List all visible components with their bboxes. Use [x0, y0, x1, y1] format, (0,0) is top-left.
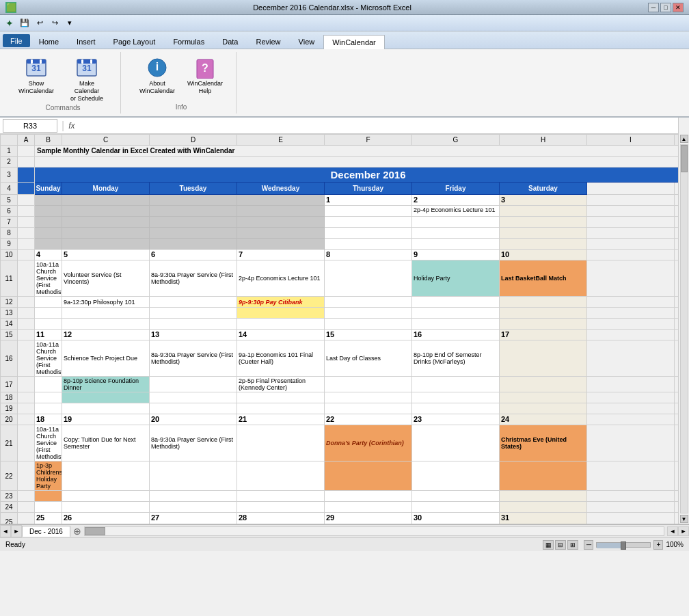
- cell-wed-w4-r21[interactable]: [237, 425, 325, 461]
- cell-sat-w1-r7[interactable]: [500, 217, 587, 228]
- cell-tue-w3-r19[interactable]: [150, 403, 237, 414]
- cell-thu-w4-r22[interactable]: [325, 461, 412, 491]
- cell-sat-w4-r24[interactable]: [500, 502, 587, 513]
- vertical-scrollbar[interactable]: ▲ ▼: [678, 134, 689, 524]
- cell-tue-w3[interactable]: 13: [150, 330, 237, 340]
- h-scroll-left[interactable]: ◄: [667, 526, 678, 536]
- cell-mon-w1-r6[interactable]: [62, 206, 150, 217]
- col-n-header[interactable]: N: [675, 135, 679, 146]
- cell-mon-w4-r23[interactable]: [62, 491, 150, 502]
- tab-formulas[interactable]: Formulas: [164, 34, 213, 49]
- cell-sat-w2[interactable]: 10: [500, 250, 587, 260]
- cell-sun-w2-r13[interactable]: [35, 308, 62, 319]
- cell-mon-w2-r14[interactable]: [62, 319, 150, 330]
- cell-fri-w1[interactable]: 2: [412, 195, 500, 206]
- cell-sun-w1-r9[interactable]: [35, 239, 62, 250]
- cell-sun-w4[interactable]: 18: [35, 414, 62, 425]
- cell-tue-w1-r8[interactable]: [150, 228, 237, 239]
- cell-wed-w3[interactable]: 14: [237, 330, 325, 340]
- cell-mon-w1-r9[interactable]: [62, 239, 150, 250]
- cell-sun-w4-r24[interactable]: [35, 502, 62, 513]
- cell-sat-w4-r21[interactable]: Christmas Eve (United States): [500, 425, 587, 461]
- cell-a1[interactable]: [18, 146, 35, 157]
- col-a-header[interactable]: A: [18, 135, 35, 146]
- h-scroll-right[interactable]: ►: [678, 526, 689, 536]
- cell-sat-w2-r14[interactable]: [500, 319, 587, 330]
- cell-thu-w2-r12[interactable]: [325, 297, 412, 308]
- cell-sun-w5[interactable]: 25 Christmas: [35, 513, 62, 524]
- cell-fri-w2-r12[interactable]: [412, 297, 500, 308]
- cell-fri-w2-r11[interactable]: Holiday Party: [412, 260, 500, 297]
- cell-thu-w4-r21[interactable]: Donna's Party (Corinthian): [325, 425, 412, 461]
- cell-mon-w2-r11[interactable]: Volunteer Service (St Vincents): [62, 260, 150, 297]
- cell-sun-w4-r22[interactable]: 1p-3p Childrens Holiday Party: [35, 461, 62, 491]
- cell-mon-w1-r8[interactable]: [62, 228, 150, 239]
- cell-sat-w1[interactable]: 3: [500, 195, 587, 206]
- cell-thu-w4[interactable]: 22: [325, 414, 412, 425]
- cell-wed-w2-r14[interactable]: [237, 319, 325, 330]
- cell-tue-w4-r23[interactable]: [150, 491, 237, 502]
- cell-mon-w3-r19[interactable]: [62, 403, 150, 414]
- zoom-thumb[interactable]: [621, 541, 626, 550]
- cell-wed-w2[interactable]: 7: [237, 250, 325, 260]
- col-d-header[interactable]: D: [150, 135, 237, 146]
- cell-wed-w4[interactable]: 21: [237, 414, 325, 425]
- cell-tue-w1-r9[interactable]: [150, 239, 237, 250]
- cell-wed-w1-r9[interactable]: [237, 239, 325, 250]
- cell-tue-w1-r6[interactable]: [150, 206, 237, 217]
- cell-thu-w4-r24[interactable]: [325, 502, 412, 513]
- normal-view-button[interactable]: ▦: [543, 540, 554, 550]
- cell-mon-w4-r24[interactable]: [62, 502, 150, 513]
- cell-sun-w1[interactable]: [35, 195, 62, 206]
- page-layout-view-button[interactable]: ⊟: [555, 540, 566, 550]
- cell-sat-w3[interactable]: 17: [500, 330, 587, 340]
- cell-fri-w1-r8[interactable]: [412, 228, 500, 239]
- cell-fri-w3-r18[interactable]: [412, 392, 500, 403]
- tab-file[interactable]: File: [3, 34, 30, 47]
- cell-tue-w1-r7[interactable]: [150, 217, 237, 228]
- cell-thu-w4-r23[interactable]: [325, 491, 412, 502]
- cell-mon-w1-r7[interactable]: [62, 217, 150, 228]
- cell-sat-w2-r12[interactable]: [500, 297, 587, 308]
- h-scroll-thumb[interactable]: [85, 527, 105, 535]
- col-h-header[interactable]: H: [500, 135, 587, 146]
- cell-wed-w3-r19[interactable]: [237, 403, 325, 414]
- cell-thu-w3-r18[interactable]: [325, 392, 412, 403]
- cell-sat-w3-r19[interactable]: [500, 403, 587, 414]
- cell-sat-w5[interactable]: 31: [500, 513, 587, 524]
- cell-fri-w2-r14[interactable]: [412, 319, 500, 330]
- tab-data[interactable]: Data: [213, 34, 247, 49]
- cell-tue-w5[interactable]: 27: [150, 513, 237, 524]
- formula-input[interactable]: [78, 122, 679, 130]
- cell-sun-w2-r14[interactable]: [35, 319, 62, 330]
- cell-thu-w3-r19[interactable]: [325, 403, 412, 414]
- maximize-button[interactable]: □: [660, 3, 671, 12]
- col-g-header[interactable]: G: [412, 135, 500, 146]
- cell-sat-w4-r22[interactable]: [500, 461, 587, 491]
- scroll-thumb[interactable]: [681, 145, 688, 172]
- sheet-nav-left[interactable]: ◄: [0, 525, 11, 537]
- cell-mon-w2-r13[interactable]: [62, 308, 150, 319]
- cell-tue-w2-r12[interactable]: [150, 297, 237, 308]
- cell-sat-w4-r23[interactable]: [500, 491, 587, 502]
- cell-thu-w3-r17[interactable]: [325, 377, 412, 392]
- undo-button[interactable]: ↩: [33, 16, 46, 30]
- horizontal-scrollbar[interactable]: [84, 526, 664, 536]
- cell-tue-w3-r18[interactable]: [150, 392, 237, 403]
- cell-fri-w4[interactable]: 23: [412, 414, 500, 425]
- cell-wed-w4-r23[interactable]: [237, 491, 325, 502]
- cell-tue-w2[interactable]: 6: [150, 250, 237, 260]
- cell-fri-w4-r22[interactable]: [412, 461, 500, 491]
- cell-wed-w1-r7[interactable]: [237, 217, 325, 228]
- col-f-header[interactable]: F: [325, 135, 412, 146]
- cell-fri-w2[interactable]: 9: [412, 250, 500, 260]
- close-button[interactable]: ✕: [673, 3, 684, 12]
- scroll-down-button[interactable]: ▼: [680, 515, 688, 523]
- cell-thu-w1-r9[interactable]: [325, 239, 412, 250]
- cell-tue-w4-r24[interactable]: [150, 502, 237, 513]
- cell-sat-w3-r17[interactable]: [500, 377, 587, 392]
- cell-sun-w3[interactable]: 11: [35, 330, 62, 340]
- col-i-header[interactable]: I: [587, 135, 675, 146]
- cell-fri-w4-r24[interactable]: [412, 502, 500, 513]
- tab-page-layout[interactable]: Page Layout: [105, 34, 165, 49]
